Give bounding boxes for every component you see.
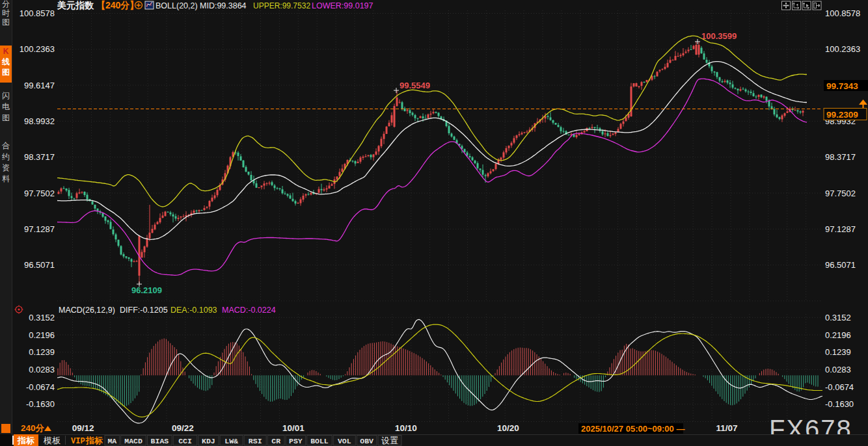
svg-text:MACD(26,12,9): MACD(26,12,9) xyxy=(59,306,115,315)
svg-text:CR: CR xyxy=(271,437,280,445)
svg-text:DIFF:-0.1205: DIFF:-0.1205 xyxy=(120,306,168,315)
svg-text:CCI: CCI xyxy=(178,437,192,445)
svg-text:0.1239: 0.1239 xyxy=(825,347,851,357)
svg-text:约: 约 xyxy=(2,152,10,161)
svg-text:-0.0674: -0.0674 xyxy=(26,382,55,392)
svg-text:11/07: 11/07 xyxy=(716,423,737,433)
svg-text:0.3152: 0.3152 xyxy=(29,313,55,322)
svg-text:-0.0674: -0.0674 xyxy=(825,382,854,392)
svg-text:2025/10/27 05:00~09:00 —: 2025/10/27 05:00~09:00 — xyxy=(581,424,685,434)
svg-text:97.7502: 97.7502 xyxy=(24,189,55,198)
svg-text:MA: MA xyxy=(107,437,116,445)
svg-text:美元指数: 美元指数 xyxy=(57,0,94,10)
svg-text:KDJ: KDJ xyxy=(202,437,215,445)
svg-text:99.6147: 99.6147 xyxy=(24,81,55,90)
svg-text:09/12: 09/12 xyxy=(72,423,94,433)
svg-text:09/22: 09/22 xyxy=(172,423,194,433)
svg-text:指标: 指标 xyxy=(85,436,103,445)
svg-text:电: 电 xyxy=(2,102,10,111)
svg-text:VIP: VIP xyxy=(71,437,85,446)
svg-text:PSY: PSY xyxy=(289,437,303,445)
svg-text:0.2196: 0.2196 xyxy=(29,330,55,340)
svg-text:100.3599: 100.3599 xyxy=(701,31,737,41)
svg-text:100.2363: 100.2363 xyxy=(20,44,55,54)
svg-text:99.5549: 99.5549 xyxy=(400,81,430,90)
svg-text:BOLL(20,2): BOLL(20,2) xyxy=(156,1,198,10)
svg-text:100.2363: 100.2363 xyxy=(825,44,860,54)
svg-text:MACD: MACD xyxy=(124,437,142,445)
svg-text:UPPER:99.7532: UPPER:99.7532 xyxy=(253,1,310,10)
svg-text:MID:99.3864: MID:99.3864 xyxy=(200,1,247,10)
svg-text:98.9932: 98.9932 xyxy=(24,116,55,126)
svg-text:DEA:-0.1093: DEA:-0.1093 xyxy=(170,306,217,315)
svg-text:设置: 设置 xyxy=(381,436,398,445)
svg-text:0.3152: 0.3152 xyxy=(825,313,851,322)
svg-text:-0.1630: -0.1630 xyxy=(825,399,854,409)
svg-text:图: 图 xyxy=(2,18,10,27)
svg-text:图: 图 xyxy=(2,68,10,77)
svg-text:BOLL: BOLL xyxy=(310,437,329,445)
svg-text:模板: 模板 xyxy=(43,436,61,445)
svg-text:100.8578: 100.8578 xyxy=(20,8,55,18)
svg-text:LW&: LW& xyxy=(224,437,238,445)
svg-text:98.3717: 98.3717 xyxy=(24,152,55,162)
svg-text:10/10: 10/10 xyxy=(395,423,417,433)
svg-text:99.7343: 99.7343 xyxy=(826,81,858,91)
svg-text:闪: 闪 xyxy=(2,91,10,100)
svg-text:OBV: OBV xyxy=(360,437,373,445)
svg-text:97.7502: 97.7502 xyxy=(825,189,856,198)
svg-text:分: 分 xyxy=(2,0,10,8)
svg-text:VOL: VOL xyxy=(338,437,351,445)
svg-text:99.2309: 99.2309 xyxy=(826,110,858,120)
svg-text:0.0283: 0.0283 xyxy=(825,365,851,374)
svg-text:97.1287: 97.1287 xyxy=(24,224,55,234)
svg-text:0.1239: 0.1239 xyxy=(29,347,55,357)
svg-text:-0.1630: -0.1630 xyxy=(26,399,55,409)
svg-text:100.8578: 100.8578 xyxy=(825,8,860,18)
svg-text:资: 资 xyxy=(2,163,10,172)
svg-text:240分: 240分 xyxy=(21,423,45,433)
svg-text:合: 合 xyxy=(2,141,10,150)
svg-text:线: 线 xyxy=(1,57,10,66)
svg-text:料: 料 xyxy=(2,174,10,183)
svg-text:BIAS: BIAS xyxy=(151,437,169,445)
svg-text:K: K xyxy=(3,47,9,56)
svg-text:图: 图 xyxy=(2,113,10,122)
svg-text:【240分】: 【240分】 xyxy=(96,0,139,10)
svg-text:10/01: 10/01 xyxy=(282,423,305,433)
svg-text:0.2196: 0.2196 xyxy=(825,330,851,340)
svg-text:LOWER:99.0197: LOWER:99.0197 xyxy=(312,1,373,10)
svg-text:96.2109: 96.2109 xyxy=(131,285,162,295)
svg-text:98.3717: 98.3717 xyxy=(825,152,856,162)
svg-text:96.5071: 96.5071 xyxy=(24,260,55,270)
svg-text:0.0283: 0.0283 xyxy=(29,365,55,374)
svg-text:指标: 指标 xyxy=(17,436,34,445)
svg-text:97.1287: 97.1287 xyxy=(825,224,856,234)
svg-text:时: 时 xyxy=(2,8,10,18)
svg-text:96.5071: 96.5071 xyxy=(825,260,856,270)
svg-text:MACD:-0.0224: MACD:-0.0224 xyxy=(222,306,276,315)
svg-text:10/20: 10/20 xyxy=(497,423,519,433)
svg-text:RSI: RSI xyxy=(249,437,262,445)
